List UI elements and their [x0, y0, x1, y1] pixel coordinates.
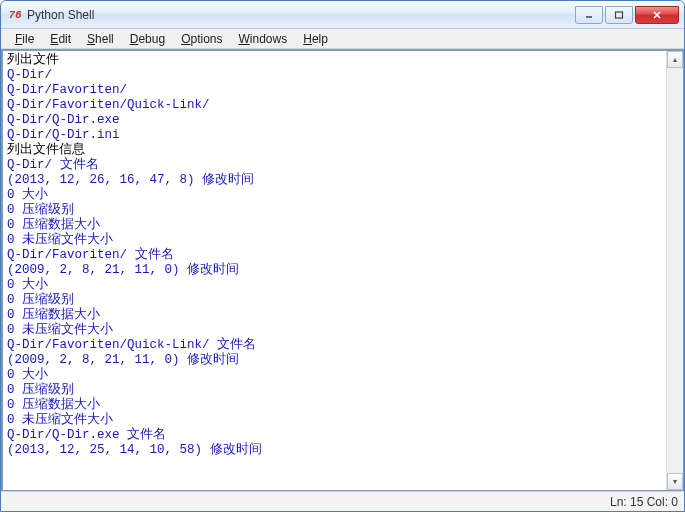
titlebar: 76 Python Shell [1, 1, 684, 29]
window-title: Python Shell [27, 8, 575, 22]
app-icon: 76 [7, 7, 23, 23]
cursor-position: Ln: 15 Col: 0 [610, 495, 678, 509]
scroll-down-button[interactable]: ▾ [667, 473, 683, 490]
menu-item-windows[interactable]: Windows [231, 30, 296, 48]
output-line: Q-Dir/Favoriten/Quick-Link/ 文件名 [7, 338, 664, 353]
output-line: 0 大小 [7, 278, 664, 293]
output-line: 0 大小 [7, 368, 664, 383]
output-line: Q-Dir/Q-Dir.exe 文件名 [7, 428, 664, 443]
output-line: (2009, 2, 8, 21, 11, 0) 修改时间 [7, 353, 664, 368]
shell-output[interactable]: 列出文件Q-Dir/Q-Dir/Favoriten/Q-Dir/Favorite… [3, 51, 666, 490]
menu-item-edit[interactable]: Edit [42, 30, 79, 48]
content-area: 列出文件Q-Dir/Q-Dir/Favoriten/Q-Dir/Favorite… [1, 49, 684, 491]
menu-item-debug[interactable]: Debug [122, 30, 173, 48]
menu-item-shell[interactable]: Shell [79, 30, 122, 48]
close-button[interactable] [635, 6, 679, 24]
output-line: 列出文件信息 [7, 143, 664, 158]
menubar: FileEditShellDebugOptionsWindowsHelp [1, 29, 684, 49]
output-line: 0 压缩级别 [7, 383, 664, 398]
output-line: Q-Dir/Q-Dir.exe [7, 113, 664, 128]
output-line: 0 未压缩文件大小 [7, 413, 664, 428]
output-line: 0 未压缩文件大小 [7, 323, 664, 338]
scrollbar-track[interactable] [667, 68, 683, 473]
maximize-icon [614, 10, 624, 20]
output-line: Q-Dir/Favoriten/ [7, 83, 664, 98]
output-line: 0 大小 [7, 188, 664, 203]
output-line: (2013, 12, 25, 14, 10, 58) 修改时间 [7, 443, 664, 458]
output-line: 0 未压缩文件大小 [7, 233, 664, 248]
output-line: Q-Dir/ [7, 68, 664, 83]
menu-item-options[interactable]: Options [173, 30, 230, 48]
svg-rect-1 [616, 12, 623, 18]
output-line: 0 压缩数据大小 [7, 398, 664, 413]
output-line: 0 压缩数据大小 [7, 308, 664, 323]
vertical-scrollbar[interactable]: ▴ ▾ [666, 51, 683, 490]
output-line: Q-Dir/Favoriten/ 文件名 [7, 248, 664, 263]
output-line: (2013, 12, 26, 16, 47, 8) 修改时间 [7, 173, 664, 188]
close-icon [652, 10, 662, 20]
output-line: 0 压缩级别 [7, 293, 664, 308]
statusbar: Ln: 15 Col: 0 [1, 491, 684, 511]
output-line: 0 压缩级别 [7, 203, 664, 218]
maximize-button[interactable] [605, 6, 633, 24]
chevron-down-icon: ▾ [673, 477, 677, 486]
output-line: (2009, 2, 8, 21, 11, 0) 修改时间 [7, 263, 664, 278]
menu-item-file[interactable]: File [7, 30, 42, 48]
menu-item-help[interactable]: Help [295, 30, 336, 48]
output-line: Q-Dir/Favoriten/Quick-Link/ [7, 98, 664, 113]
minimize-icon [584, 10, 594, 20]
output-line: 0 压缩数据大小 [7, 218, 664, 233]
output-line: 列出文件 [7, 53, 664, 68]
minimize-button[interactable] [575, 6, 603, 24]
output-line: Q-Dir/Q-Dir.ini [7, 128, 664, 143]
chevron-up-icon: ▴ [673, 55, 677, 64]
scroll-up-button[interactable]: ▴ [667, 51, 683, 68]
window-controls [575, 6, 679, 24]
output-line: Q-Dir/ 文件名 [7, 158, 664, 173]
